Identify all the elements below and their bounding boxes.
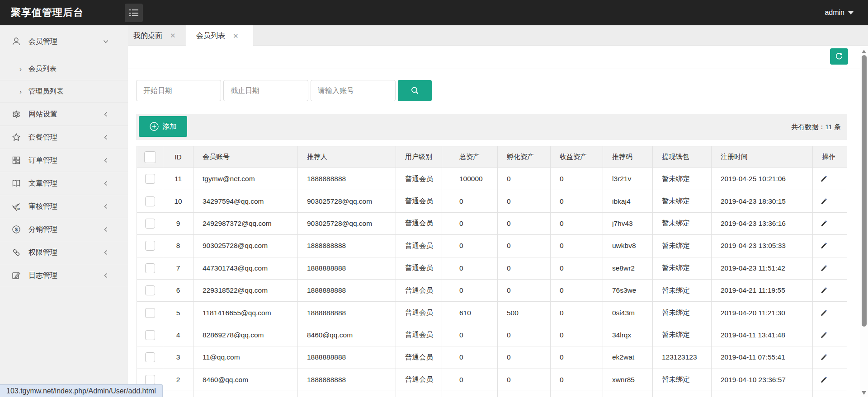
cell-id: 4 [163,324,193,346]
add-button[interactable]: 添加 [139,116,187,137]
sidebar-item-member-mgmt[interactable]: 会员管理 [0,25,128,58]
cell-referral-code: ek2wat [603,346,653,369]
cell-hatch-assets: 0 [498,168,551,190]
edit-row-button[interactable] [813,302,847,324]
search-button[interactable] [398,80,432,101]
sidebar-item-3[interactable]: 文章管理 [0,172,128,195]
edit-icon [11,271,21,280]
cell-referral-code: uwkbv8 [603,235,653,257]
tab-my-desktop[interactable]: 我的桌面 ✕ [128,25,186,46]
edit-icon [820,286,828,294]
row-checkbox[interactable] [145,241,155,251]
edit-row-button[interactable] [813,279,847,301]
edit-row-button[interactable] [813,257,847,279]
sidebar-item-label: 权限管理 [28,248,57,257]
cell-referrer: 903025728@qq.com [298,190,396,212]
sidebar-subitem-1[interactable]: › 管理员列表 [0,80,128,103]
add-button-label: 添加 [162,122,177,131]
sidebar-item-label: 审核管理 [28,202,57,211]
cell-account: 82869278@qq.com [193,324,298,346]
row-checkbox[interactable] [145,263,155,273]
edit-row-button[interactable] [813,346,847,369]
cell-wallet: 暂未绑定 [653,324,712,346]
cell-level: 普通会员 [396,257,442,279]
vertical-scrollbar[interactable] [860,46,868,397]
edit-row-button[interactable] [813,190,847,212]
start-date-input[interactable] [136,80,221,101]
chevron-left-icon [103,157,109,163]
cell-hatch-assets: 0 [498,324,551,346]
chevron-left-icon [103,111,109,117]
cell-referral-code: ibkaj4 [603,190,653,212]
cell-account: tgymw@net.com [193,168,298,190]
divider [128,69,860,69]
user-name: admin [825,9,844,17]
table-row: 8 903025728@qq.com 1888888888 普通会员 0 0 0… [137,235,847,257]
hamburger-icon [129,9,138,19]
edit-row-button[interactable] [813,212,847,234]
cell-income-assets: 0 [551,302,603,324]
edit-row-button[interactable] [813,369,847,391]
row-checkbox[interactable] [145,308,155,318]
column-header-8: 提现钱包 [653,146,712,168]
cell-referrer: 8460@qq.com [298,324,396,346]
tab-member-list[interactable]: 会员列表 ✕ [186,25,253,47]
cell-total-assets: 0 [442,324,498,346]
row-checkbox[interactable] [145,196,155,206]
table-row: 2 8460@qq.com 1888888888 普通会员 0 0 0 xwnr… [137,369,847,391]
star-icon [11,132,21,142]
sidebar-item-4[interactable]: QM 审核管理 [0,195,128,218]
sidebar-item-7[interactable]: 日志管理 [0,264,128,287]
row-checkbox[interactable] [145,352,155,362]
refresh-button[interactable] [830,48,848,65]
close-icon[interactable]: ✕ [233,32,239,40]
cell-wallet: 暂未绑定 [653,212,712,234]
cell-account: 2492987372@qq.com [193,212,298,234]
edit-row-button[interactable] [813,235,847,257]
close-icon[interactable]: ✕ [170,32,176,40]
column-header-4: 总资产 [442,146,498,168]
cell-total-assets: 0 [442,279,498,301]
row-checkbox[interactable] [145,285,155,295]
cell-income-assets: 0 [551,212,603,234]
table-row: 10 34297594@qq.com 903025728@qq.com 普通会员… [137,190,847,212]
chevron-left-icon [103,249,109,256]
edit-row-button[interactable] [813,168,847,190]
scroll-up-arrow[interactable] [862,50,866,53]
row-checkbox[interactable] [145,330,155,340]
cell-account: 447301743@qq.com [193,257,298,279]
end-date-input[interactable] [223,80,308,101]
scrollbar-thumb[interactable] [862,55,867,327]
gear-icon [11,109,21,119]
edit-row-button[interactable] [813,324,847,346]
user-icon [11,37,21,47]
edit-icon [820,175,828,183]
sidebar-subitem-0[interactable]: › 会员列表 [0,58,128,80]
cell-level: 普通会员 [396,302,442,324]
user-menu[interactable]: admin [825,0,854,25]
sidebar-item-1[interactable]: 套餐管理 [0,126,128,149]
cell-hatch-assets: 0 [498,190,551,212]
app-title: 聚享值管理后台 [11,0,84,25]
select-all-checkbox[interactable] [144,151,156,163]
cell-income-assets: 0 [551,369,603,391]
scroll-down-arrow[interactable] [862,391,866,395]
cell-total-assets: 0 [442,212,498,234]
sidebar-item-2[interactable]: 订单管理 [0,149,128,172]
table-row: 3 11@qq.com 1888888888 普通会员 0 0 0 ek2wat… [137,346,847,369]
table-row: 5 1181416655@qq.com 1888888888 普通会员 610 … [137,302,847,324]
row-checkbox[interactable] [145,174,155,184]
sidebar-item-5[interactable]: $ 分销管理 [0,218,128,241]
cell-referral-code: j7hv43 [603,212,653,234]
cell-wallet: 暂未绑定 [653,302,712,324]
cell-hatch-assets: 0 [498,257,551,279]
menu-toggle-button[interactable] [125,4,143,22]
cell-wallet: 暂未绑定 [653,369,712,391]
sidebar-item-0[interactable]: 网站设置 [0,103,128,126]
total-count: 共有数据：11 条 [791,114,841,140]
row-checkbox[interactable] [145,219,155,229]
sidebar-item-6[interactable]: 权限管理 [0,241,128,264]
account-input[interactable] [311,80,396,101]
cell-income-assets: 0 [551,257,603,279]
row-checkbox[interactable] [145,375,155,385]
